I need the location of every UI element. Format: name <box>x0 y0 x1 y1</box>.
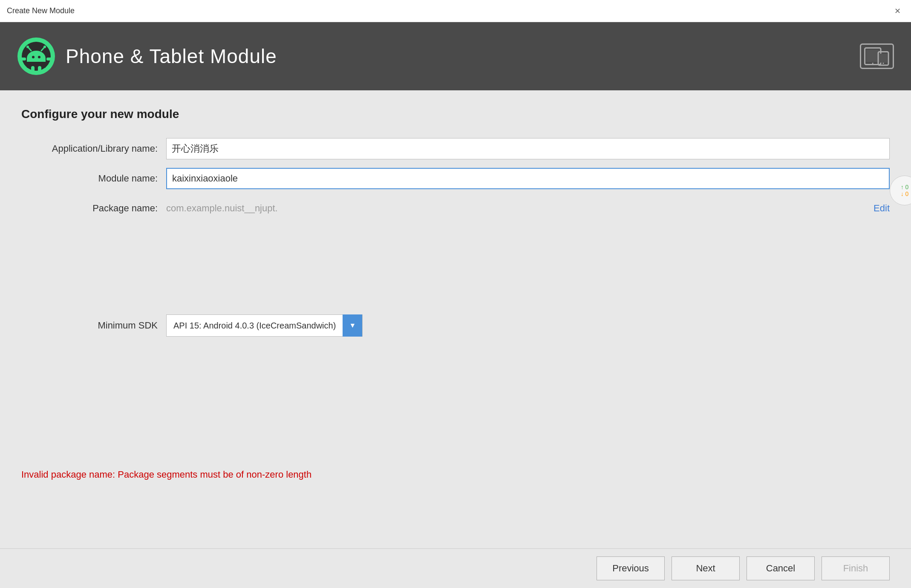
sdk-selected-value: API 15: Android 4.0.3 (IceCreamSandwich) <box>167 321 343 331</box>
update-up: ↑ 0 <box>901 184 909 190</box>
cancel-button[interactable]: Cancel <box>747 556 815 580</box>
update-indicator: ↑ 0 ↓ 0 <box>890 176 911 205</box>
svg-rect-14 <box>38 66 41 73</box>
android-studio-logo <box>17 37 55 75</box>
device-icon <box>860 43 894 69</box>
sdk-label: Minimum SDK <box>21 320 166 331</box>
previous-button[interactable]: Previous <box>597 556 665 580</box>
svg-rect-11 <box>19 58 26 61</box>
svg-rect-13 <box>31 66 35 73</box>
phone-tablet-icon <box>864 46 890 67</box>
svg-point-9 <box>32 56 35 58</box>
close-button[interactable]: ✕ <box>891 4 904 18</box>
edit-link[interactable]: Edit <box>874 203 890 214</box>
module-name-input[interactable] <box>166 168 890 189</box>
app-name-label: Application/Library name: <box>21 143 166 154</box>
svg-point-17 <box>872 63 874 64</box>
header-left: Phone & Tablet Module <box>17 37 277 75</box>
svg-rect-19 <box>879 54 887 63</box>
sdk-row: Minimum SDK API 15: Android 4.0.3 (IceCr… <box>21 313 890 338</box>
svg-rect-12 <box>46 58 53 61</box>
svg-rect-4 <box>27 62 46 68</box>
svg-point-20 <box>883 63 884 64</box>
svg-point-10 <box>38 56 40 58</box>
error-message: Invalid package name: Package segments m… <box>21 469 311 480</box>
svg-rect-16 <box>866 50 880 62</box>
sdk-select-wrapper[interactable]: API 15: Android 4.0.3 (IceCreamSandwich) <box>166 314 363 337</box>
title-bar: Create New Module ✕ <box>0 0 911 22</box>
package-name-value: com.example.nuist__njupt. <box>166 203 869 214</box>
sdk-dropdown-button[interactable] <box>343 314 362 337</box>
main-content: Configure your new module Application/Li… <box>0 90 911 548</box>
bottom-bar: Previous Next Cancel Finish <box>0 548 911 588</box>
window-title: Create New Module <box>7 6 75 15</box>
module-name-label: Module name: <box>21 173 166 184</box>
next-button[interactable]: Next <box>672 556 740 580</box>
svg-point-6 <box>26 46 29 48</box>
package-name-row: Package name: com.example.nuist__njupt. … <box>21 198 890 219</box>
header-banner: Phone & Tablet Module <box>0 22 911 90</box>
title-bar-left: Create New Module <box>7 6 75 15</box>
package-name-label: Package name: <box>21 203 166 214</box>
svg-point-8 <box>43 46 46 48</box>
module-name-row: Module name: <box>21 168 890 189</box>
section-title: Configure your new module <box>21 107 890 121</box>
app-name-input[interactable] <box>166 138 890 159</box>
header-title: Phone & Tablet Module <box>66 45 277 68</box>
finish-button[interactable]: Finish <box>822 556 890 580</box>
update-down: ↓ 0 <box>901 190 909 197</box>
app-name-row: Application/Library name: <box>21 138 890 159</box>
form-area: Application/Library name: Module name: P… <box>21 138 890 338</box>
